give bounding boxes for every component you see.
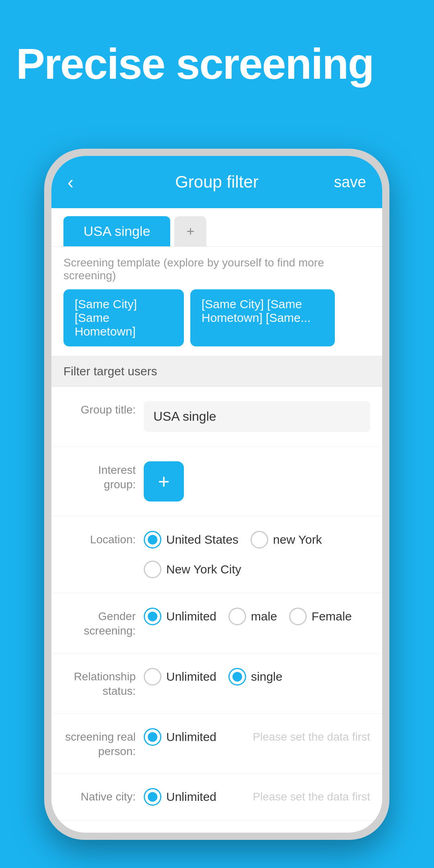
gender-unlimited-label: Unlimited — [166, 610, 216, 623]
interest-add-button[interactable]: + — [144, 461, 184, 502]
real-person-controls: Unlimited Please set the data first — [144, 728, 370, 746]
radio-male — [228, 608, 246, 625]
header-title: Group filter — [175, 172, 259, 192]
native-city-hint: Please set the data first — [253, 790, 370, 803]
gender-option-female[interactable]: Female — [289, 608, 352, 625]
gender-female-label: Female — [312, 610, 352, 623]
filter-header: Filter target users — [51, 356, 382, 387]
gender-male-label: male — [251, 610, 277, 623]
tab-add[interactable]: + — [174, 216, 206, 246]
relationship-option-single[interactable]: single — [228, 668, 282, 686]
phone-frame: ‹ Group filter save USA single + Screeni… — [44, 149, 389, 840]
save-button[interactable]: save — [334, 174, 366, 191]
location-row: Location: United States new York — [51, 516, 382, 593]
native-city-controls: Unlimited Please set the data first — [144, 788, 370, 806]
native-city-row: Native city: Unlimited Please set the da… — [51, 774, 382, 821]
native-city-label: Native city: — [63, 788, 136, 804]
group-title-input[interactable] — [144, 401, 370, 432]
gender-option-unlimited[interactable]: Unlimited — [144, 608, 216, 625]
gender-row: Gender screening: Unlimited male — [51, 593, 382, 653]
relationship-option-unlimited[interactable]: Unlimited — [144, 668, 216, 686]
gender-option-male[interactable]: male — [228, 608, 277, 625]
radio-native-unlimited — [144, 788, 161, 806]
radio-gender-unlimited — [144, 608, 161, 625]
back-button[interactable]: ‹ — [67, 171, 73, 193]
location-option-nyc[interactable]: New York City — [144, 561, 241, 578]
tab-usa-single[interactable]: USA single — [63, 216, 170, 246]
template-card-2[interactable]: [Same City] [Same Hometown] [Same... — [190, 289, 335, 346]
template-card-1[interactable]: [Same City] [Same Hometown] — [63, 289, 184, 346]
template-hint: Screening template (explore by yourself … — [63, 256, 370, 282]
relationship-unlimited-label: Unlimited — [166, 670, 216, 684]
radio-single — [228, 668, 246, 686]
radio-real-unlimited — [144, 728, 161, 746]
location-nyc-label: New York City — [166, 563, 241, 576]
gender-controls: Unlimited male Female — [144, 608, 370, 625]
interest-group-row: Interest group: + — [51, 447, 382, 516]
interest-group-controls: + — [144, 461, 370, 502]
form-content: Group title: Interest group: + Location: — [51, 387, 382, 833]
location-ny-label: new York — [273, 533, 322, 547]
template-section: Screening template (explore by yourself … — [51, 247, 382, 356]
phone-screen: ‹ Group filter save USA single + Screeni… — [51, 156, 382, 833]
location-label: Location: — [63, 531, 136, 547]
location-option-ny[interactable]: new York — [251, 531, 322, 549]
real-person-label: screening real person: — [63, 728, 136, 759]
template-cards: [Same City] [Same Hometown] [Same City] … — [63, 289, 370, 346]
native-city-unlimited-label: Unlimited — [166, 790, 216, 804]
location-option-us[interactable]: United States — [144, 531, 238, 549]
group-title-controls — [144, 401, 370, 432]
gender-label: Gender screening: — [63, 608, 136, 639]
relationship-single-label: single — [251, 670, 282, 684]
group-title-row: Group title: — [51, 387, 382, 447]
location-controls: United States new York New York City — [144, 531, 370, 578]
radio-female — [289, 608, 307, 625]
real-person-unlimited-label: Unlimited — [166, 730, 216, 744]
radio-rel-unlimited — [144, 668, 161, 686]
tabs-row: USA single + — [51, 208, 382, 247]
radio-us — [144, 531, 161, 549]
identity-row: Identity screening: Unlimited Please set… — [51, 821, 382, 833]
app-header: ‹ Group filter save — [51, 156, 382, 208]
interest-group-label: Interest group: — [63, 461, 136, 492]
real-person-hint: Please set the data first — [253, 731, 370, 743]
relationship-controls: Unlimited single — [144, 668, 370, 686]
radio-ny — [251, 531, 268, 549]
native-city-option-unlimited[interactable]: Unlimited — [144, 788, 216, 806]
real-person-row: screening real person: Unlimited Please … — [51, 714, 382, 774]
page-title: Precise screening — [16, 40, 418, 88]
radio-nyc — [144, 561, 161, 578]
group-title-label: Group title: — [63, 401, 136, 417]
location-us-label: United States — [166, 533, 238, 547]
relationship-label: Relationship status: — [63, 668, 136, 699]
relationship-row: Relationship status: Unlimited single — [51, 653, 382, 714]
real-person-option-unlimited[interactable]: Unlimited — [144, 728, 216, 746]
